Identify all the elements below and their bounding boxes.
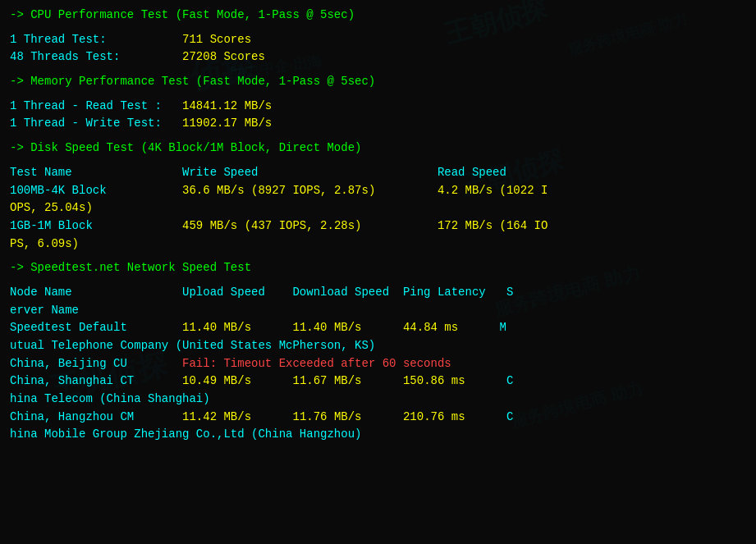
blank5 — [10, 158, 746, 164]
net-shanghai-ct-line2: hina Telecom (China Shanghai) — [10, 391, 746, 409]
blank4 — [10, 133, 746, 139]
blank2 — [10, 66, 746, 73]
net-cols2: erver Name — [10, 302, 746, 320]
blank3 — [10, 91, 746, 98]
net-hangzhou-cm-line1: China, Hangzhou CM 11.42 MB/s 11.76 MB/s… — [10, 409, 746, 427]
net-hangzhou-cm-line2: hina Mobile Group Zhejiang Co.,Ltd (Chin… — [10, 426, 746, 444]
terminal-output: -> CPU Performance Test (Fast Mode, 1-Pa… — [10, 7, 746, 444]
disk-1m-line1: 1GB-1M Block 459 MB/s (437 IOPS, 2.28s) … — [10, 217, 746, 235]
cpu-header: -> CPU Performance Test (Fast Mode, 1-Pa… — [10, 7, 746, 25]
disk-1m-line2: PS, 6.09s) — [10, 235, 746, 254]
mem-header: -> Memory Performance Test (Fast Mode, 1… — [10, 73, 746, 91]
mem-read: 1 Thread - Read Test : 14841.12 MB/s — [10, 98, 746, 116]
disk-header: -> Disk Speed Test (4K Block/1M Block, D… — [10, 139, 746, 158]
blank1 — [10, 25, 746, 31]
cpu-48thread: 48 Threads Test: 27208 Scores — [10, 48, 746, 66]
net-cols: Node Name Upload Speed Download Speed Pi… — [10, 284, 746, 302]
net-beijing-cu: China, Beijing CU Fail: Timeout Exceeded… — [10, 355, 746, 373]
net-speedtest-line1: Speedtest Default 11.40 MB/s 11.40 MB/s … — [10, 319, 746, 337]
blank6 — [10, 253, 746, 259]
disk-4k-line2: OPS, 25.04s) — [10, 199, 746, 217]
net-header: -> Speedtest.net Network Speed Test — [10, 259, 746, 277]
mem-write: 1 Thread - Write Test: 11902.17 MB/s — [10, 115, 746, 133]
disk-cols: Test Name Write Speed Read Speed — [10, 164, 746, 182]
blank7 — [10, 277, 746, 284]
disk-4k-line1: 100MB-4K Block 36.6 MB/s (8927 IOPS, 2.8… — [10, 182, 746, 200]
net-shanghai-ct-line1: China, Shanghai CT 10.49 MB/s 11.67 MB/s… — [10, 373, 746, 391]
net-speedtest-line2: utual Telephone Company (United States M… — [10, 337, 746, 355]
cpu-1thread: 1 Thread Test: 711 Scores — [10, 31, 746, 49]
